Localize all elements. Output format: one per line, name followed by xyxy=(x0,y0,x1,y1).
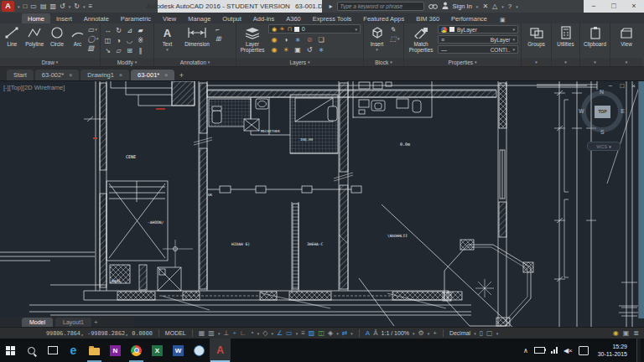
app-menu-button[interactable]: A xyxy=(2,1,14,12)
utilities-button[interactable]: Utilities xyxy=(553,24,578,58)
isometric-drafting-icon[interactable]: ◇ xyxy=(262,328,267,339)
search-binoculars-icon[interactable] xyxy=(428,3,438,11)
ribbon-tab-insert[interactable]: Insert xyxy=(50,13,78,23)
lineweight-display-icon[interactable]: ≡ xyxy=(301,328,305,339)
create-block-icon[interactable]: ⬚ xyxy=(390,35,397,43)
panel-label-utilities[interactable]: ▾ xyxy=(552,58,579,66)
ribbon-tab-a360[interactable]: A360 xyxy=(280,13,307,23)
tray-show-hidden-icons[interactable]: ∧ xyxy=(523,347,528,354)
viewcube-top-face[interactable]: TOP xyxy=(595,106,610,118)
wcs-dropdown[interactable]: WCS▾ xyxy=(587,142,621,151)
panel-label-block[interactable]: Block▾ xyxy=(364,58,403,66)
ribbon-tab-manage[interactable]: Manage xyxy=(182,13,216,23)
layer-on-icon[interactable]: ◉ xyxy=(268,45,280,55)
customization-icon[interactable]: ≣ xyxy=(633,328,639,339)
doc-close-icon[interactable]: × xyxy=(631,82,636,90)
network-icon[interactable] xyxy=(551,347,558,354)
viewcube-east-label[interactable]: E xyxy=(621,108,625,114)
leader-icon[interactable]: ⌐ xyxy=(216,26,220,34)
clipboard-button[interactable]: Clipboard xyxy=(582,24,608,58)
annotation-scale-button[interactable]: 1:1 / 100% xyxy=(382,330,409,336)
app-menu-caret-icon[interactable]: ▾ xyxy=(18,4,20,9)
grid-display-icon[interactable]: ▦ xyxy=(199,328,205,339)
taskbar-chrome[interactable] xyxy=(126,339,147,362)
panel-label-layers[interactable]: Layers▾ xyxy=(236,58,363,66)
taskbar-onenote[interactable]: N xyxy=(105,339,126,362)
help-icon[interactable]: ? xyxy=(508,3,512,10)
taskbar-clock[interactable]: 15:29 30-11-2015 xyxy=(595,343,631,358)
object-snap-tracking-icon[interactable]: ∠ xyxy=(277,328,283,339)
object-color-dropdown[interactable]: ByLayer ▾ xyxy=(438,25,518,34)
layer-thaw-icon[interactable]: ☀ xyxy=(280,45,292,55)
new-tab-button[interactable]: + xyxy=(176,70,186,80)
panel-label-view[interactable]: ▾ xyxy=(610,58,642,66)
quick-properties-icon[interactable]: ▯ xyxy=(480,328,483,339)
explode-icon[interactable]: ※ xyxy=(135,36,146,46)
dynamic-ucs-icon[interactable]: ⇄ xyxy=(342,328,348,339)
clean-screen-icon[interactable]: ▣ xyxy=(623,328,630,339)
ribbon-tab-featured-apps[interactable]: Featured Apps xyxy=(357,13,410,23)
array-icon[interactable]: ⊞ xyxy=(124,46,135,56)
redo-caret-icon[interactable]: ▾ xyxy=(83,4,86,9)
circle-button[interactable]: Circle xyxy=(47,24,68,58)
start-button[interactable] xyxy=(0,339,21,362)
layer-match-icon[interactable]: ▣ xyxy=(292,45,304,55)
move-icon[interactable]: ↔ xyxy=(102,26,113,36)
layer-dropdown-caret-icon[interactable]: ▾ xyxy=(355,27,357,32)
viewcube-west-label[interactable]: W xyxy=(579,108,584,114)
panel-label-draw[interactable]: Draw▾ xyxy=(0,58,100,66)
layer-properties-button[interactable]: Layer Properties xyxy=(238,24,267,58)
layer-off-icon[interactable]: ◉ xyxy=(268,35,280,45)
taskbar-search-button[interactable] xyxy=(21,339,42,362)
isolate-objects-icon[interactable]: ◉ xyxy=(613,328,619,339)
ortho-mode-icon[interactable]: ∟ xyxy=(240,328,247,339)
tab-close-icon[interactable]: × xyxy=(164,72,168,78)
layer-previous-icon[interactable]: ↺ xyxy=(304,45,315,55)
ribbon-tab-performance[interactable]: Performance xyxy=(445,13,493,23)
file-tab-start[interactable]: Start xyxy=(7,70,34,80)
search-play-icon[interactable]: ▸ xyxy=(329,3,332,10)
ellipse-icon[interactable]: ◯ xyxy=(88,35,96,43)
save-icon[interactable]: ▤ xyxy=(40,1,47,12)
panel-label-modify[interactable]: Modify▾ xyxy=(101,58,153,66)
ribbon-tab-express-tools[interactable]: Express Tools xyxy=(307,13,358,23)
workspace-switching-icon[interactable]: ⚙ xyxy=(418,328,424,339)
new-drawing-icon[interactable]: □ xyxy=(23,1,28,12)
battery-icon[interactable] xyxy=(534,347,545,354)
mirror-icon[interactable]: ◑ xyxy=(113,36,124,46)
table-icon[interactable]: ⊞ xyxy=(216,35,221,43)
infer-constraints-icon[interactable]: ⊥ xyxy=(223,328,229,339)
a360-icon[interactable]: △ xyxy=(492,3,497,10)
object-snap-icon[interactable]: ▭ xyxy=(286,328,293,339)
rectangle-icon[interactable]: ▭ xyxy=(88,26,95,34)
ribbon-options-icon[interactable]: ▣ xyxy=(500,17,506,23)
volume-muted-icon[interactable]: ◀× xyxy=(564,347,573,354)
taskbar-file-explorer[interactable] xyxy=(84,339,105,362)
erase-icon[interactable]: ▰ xyxy=(135,26,146,36)
vertical-scrollbar[interactable] xyxy=(638,81,644,318)
arc-button[interactable]: Arc xyxy=(69,24,86,58)
line-button[interactable]: Line xyxy=(2,24,23,58)
ribbon-tab-view[interactable]: View xyxy=(157,13,182,23)
fillet-icon[interactable]: ◡ xyxy=(124,36,135,46)
ribbon-tab-output[interactable]: Output xyxy=(216,13,247,23)
text-button[interactable]: A Text ▾ xyxy=(156,24,179,58)
units-button[interactable]: Decimal xyxy=(449,330,470,336)
taskbar-excel[interactable]: X xyxy=(147,339,168,362)
dimension-button[interactable]: Dimension xyxy=(180,24,214,58)
rotate-icon[interactable]: ↻ xyxy=(113,26,124,36)
sign-in-caret-icon[interactable]: ▾ xyxy=(476,4,479,9)
a360-caret-icon[interactable]: ▾ xyxy=(501,4,504,9)
user-icon[interactable] xyxy=(442,2,449,11)
layer-isolate-icon[interactable]: ◑ xyxy=(280,35,292,45)
restore-button[interactable]: □ xyxy=(604,0,624,13)
layer-state-icon[interactable]: ∗ xyxy=(315,45,327,55)
exchange-apps-icon[interactable]: ✕ xyxy=(482,3,488,10)
trim-icon[interactable]: ⊿ xyxy=(124,26,135,36)
lineweight-dropdown[interactable]: ≡ ByLayer ▾ xyxy=(438,35,518,44)
viewport-controls-label[interactable]: [-][Top][2D Wireframe] xyxy=(3,84,65,91)
layer-walk-icon[interactable]: ❏ xyxy=(315,35,327,45)
graphics-performance-icon[interactable]: ▢ xyxy=(486,328,493,339)
linetype-dropdown[interactable]: — CONTI.. ▾ xyxy=(438,45,518,54)
panel-label-annotation[interactable]: Annotation▾ xyxy=(154,58,236,66)
